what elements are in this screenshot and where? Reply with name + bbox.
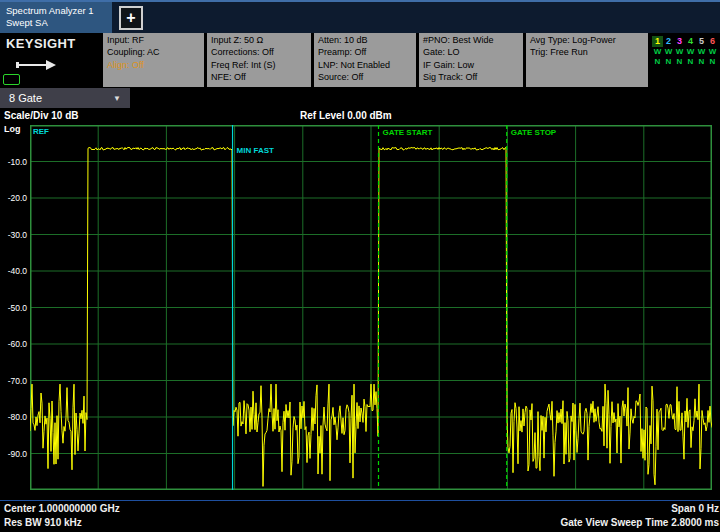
- res-bw-readout[interactable]: Res BW 910 kHz: [4, 517, 82, 528]
- sweep-time-readout[interactable]: Gate View Sweep Time 2.8000 ms: [560, 517, 719, 528]
- gate-view-label: 8 Gate: [9, 92, 42, 104]
- span-readout[interactable]: Span 0 Hz: [671, 503, 719, 514]
- y-axis-label: -50.0: [0, 303, 27, 313]
- status-panel[interactable]: #PNO: Best WideGate: LOIF Gain: LowSig T…: [419, 33, 523, 87]
- status-line: Coupling: AC: [107, 46, 200, 58]
- rf-input-arrow-icon: [0, 51, 100, 75]
- trace-indicator[interactable]: 2WN: [663, 36, 674, 87]
- ref-marker-label: REF: [33, 127, 49, 136]
- trace-indicator[interactable]: 4WN: [685, 36, 696, 87]
- status-led-icon: [3, 74, 20, 85]
- trace-indicator[interactable]: 6WN: [707, 36, 718, 87]
- y-axis-label: -80.0: [0, 412, 27, 422]
- add-tab-button[interactable]: +: [119, 6, 143, 30]
- status-line: Input: RF: [107, 34, 200, 46]
- brand-name: KEYSIGHT: [0, 33, 100, 51]
- spectrum-plot[interactable]: [30, 125, 712, 490]
- y-axis-label: -40.0: [0, 266, 27, 276]
- status-line: Avg Type: Log-Power: [530, 34, 644, 46]
- y-axis-label: -70.0: [0, 376, 27, 386]
- status-panel[interactable]: Atten: 10 dBPreamp: OffLNP: Not EnabledS…: [314, 33, 416, 87]
- trace-indicator[interactable]: 3WN: [674, 36, 685, 87]
- chevron-down-icon: ▼: [113, 94, 121, 103]
- y-axis-label: -30.0: [0, 230, 27, 240]
- min-fast-marker-label: MIN FAST: [237, 146, 274, 155]
- status-panel[interactable]: Input: RFCoupling: ACAlign: Off: [103, 33, 204, 87]
- tab-subtitle: Swept SA: [6, 17, 106, 29]
- measurement-settings-panels: Input: RFCoupling: ACAlign: OffInput Z: …: [103, 33, 648, 87]
- status-line: Freq Ref: Int (S): [211, 59, 307, 71]
- y-axis-label: -20.0: [0, 193, 27, 203]
- status-line: LNP: Not Enabled: [318, 59, 412, 71]
- tab-spectrum-analyzer[interactable]: Spectrum Analyzer 1 Swept SA: [0, 2, 112, 33]
- status-line: Source: Off: [318, 71, 412, 83]
- window-tab-bar: Spectrum Analyzer 1 Swept SA +: [0, 0, 720, 33]
- footer-row-1: Center 1.000000000 GHz Span 0 Hz: [0, 503, 720, 516]
- status-line: NFE: Off: [211, 71, 307, 83]
- center-frequency-readout[interactable]: Center 1.000000000 GHz: [4, 503, 120, 514]
- footer-divider: [0, 500, 720, 501]
- status-line: #PNO: Best Wide: [423, 34, 519, 46]
- gate-start-marker-label: GATE START: [383, 128, 433, 137]
- status-line: Align: Off: [107, 59, 200, 71]
- y-axis-label: -90.0: [0, 449, 27, 459]
- y-axis-label: -10.0: [0, 157, 27, 167]
- status-header: KEYSIGHT Input: RFCoupling: ACAlign: Off…: [0, 33, 720, 87]
- gate-stop-marker-label: GATE STOP: [511, 128, 557, 137]
- status-line: Corrections: Off: [211, 46, 307, 58]
- status-line: IF Gain: Low: [423, 59, 519, 71]
- trace-indicators[interactable]: 1WN2WN3WN4WN5WN6WN: [652, 33, 720, 87]
- log-scale-label: Log: [4, 124, 21, 134]
- trace-indicator[interactable]: 1WN: [652, 36, 663, 87]
- view-selector-bar: 8 Gate ▼: [0, 87, 720, 109]
- status-line: Input Z: 50 Ω: [211, 34, 307, 46]
- trace-indicator[interactable]: 5WN: [696, 36, 707, 87]
- app-window: Spectrum Analyzer 1 Swept SA + KEYSIGHT …: [0, 0, 720, 532]
- y-axis-label: -60.0: [0, 339, 27, 349]
- status-panel[interactable]: Avg Type: Log-PowerTrig: Free Run: [526, 33, 648, 87]
- ref-level-label: Ref Level 0.00 dBm: [300, 110, 392, 121]
- status-line: Sig Track: Off: [423, 71, 519, 83]
- status-line: Gate: LO: [423, 46, 519, 58]
- status-panel[interactable]: Input Z: 50 ΩCorrections: OffFreq Ref: I…: [207, 33, 311, 87]
- tab-title: Spectrum Analyzer 1: [6, 5, 106, 17]
- trace-canvas: [30, 125, 712, 490]
- gate-view-dropdown[interactable]: 8 Gate ▼: [0, 88, 130, 108]
- footer-row-2: Res BW 910 kHz Gate View Sweep Time 2.80…: [0, 517, 720, 530]
- status-line: Preamp: Off: [318, 46, 412, 58]
- scale-div-label: Scale/Div 10 dB: [4, 110, 78, 121]
- status-line: Trig: Free Run: [530, 46, 644, 58]
- status-line: Atten: 10 dB: [318, 34, 412, 46]
